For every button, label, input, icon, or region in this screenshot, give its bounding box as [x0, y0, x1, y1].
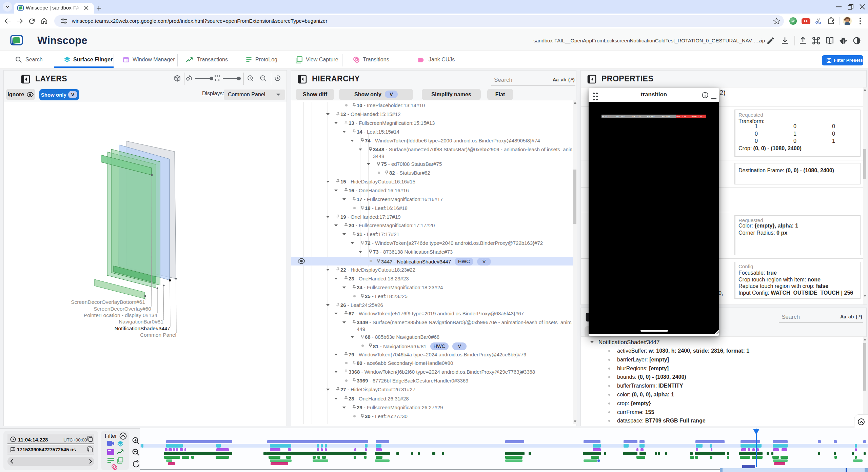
svg-text:PointerLocation - display 0#13: PointerLocation - display 0#134	[84, 312, 158, 318]
svg-text:ScreenDecorOverlay#60: ScreenDecorOverlay#60	[94, 306, 151, 312]
svg-text:NotificationShade#3447: NotificationShade#3447	[114, 326, 170, 331]
svg-text:NavigationBar0#81: NavigationBar0#81	[119, 319, 163, 324]
svg-text:ScreenDecorOverlayBottom#61: ScreenDecorOverlayBottom#61	[71, 299, 145, 305]
svg-text:Common Panel: Common Panel	[140, 332, 176, 338]
